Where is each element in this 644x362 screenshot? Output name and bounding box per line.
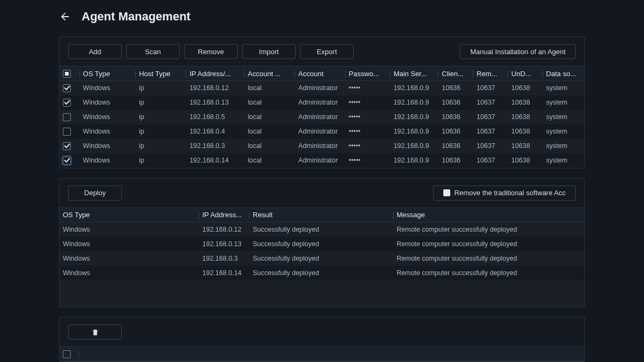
col-client[interactable]: Clien...: [438, 67, 473, 81]
cell-client: 10636: [438, 81, 473, 95]
cell-main: 192.168.0.9: [390, 124, 438, 139]
cell-host: ip: [136, 153, 186, 168]
col-data-source[interactable]: Data so...: [543, 67, 584, 81]
cell-password: •••••: [346, 110, 391, 124]
dcol-ip[interactable]: IP Address...: [199, 208, 250, 222]
cell-und: 10638: [508, 153, 543, 168]
cell-password: •••••: [346, 139, 391, 153]
trash-select-all[interactable]: [63, 350, 71, 358]
cell-ip: 192.168.0.12: [199, 222, 250, 237]
cell-main: 192.168.0.9: [390, 81, 438, 95]
back-arrow-icon[interactable]: [59, 11, 71, 23]
col-und[interactable]: UnD...: [508, 67, 543, 81]
table-row[interactable]: Windowsip192.168.0.5localAdministrator••…: [60, 110, 584, 124]
page-title: Agent Management: [82, 10, 191, 24]
manual-install-button[interactable]: Manual Installation of an Agent: [460, 44, 576, 59]
cell-acct-type: local: [245, 124, 295, 139]
select-all-checkbox[interactable]: [63, 70, 71, 78]
cell-acct-type: local: [245, 110, 295, 124]
deploy-toolbar: Deploy Remove the traditional software A…: [60, 179, 584, 208]
cell-client: 10636: [438, 124, 473, 139]
remove-traditional-acc-button[interactable]: Remove the traditional software Acc: [433, 186, 576, 201]
dcol-os[interactable]: OS Type: [60, 208, 199, 222]
remove-acc-checkbox-icon: [443, 189, 450, 196]
col-rem[interactable]: Rem...: [473, 67, 508, 81]
deploy-button[interactable]: Deploy: [68, 186, 122, 201]
col-os-type[interactable]: OS Type: [80, 67, 136, 81]
table-row[interactable]: Windows192.168.0.12Successfully deployed…: [60, 222, 584, 237]
page-header: Agent Management: [59, 10, 585, 24]
cell-rem: 10637: [473, 81, 508, 95]
agents-panel: Add Scan Remove Import Export Manual Ins…: [59, 36, 585, 168]
col-account-type[interactable]: Account ...: [245, 67, 295, 81]
cell-message: Remote computer successfully deployed: [393, 265, 584, 280]
deploy-panel: Deploy Remove the traditional software A…: [59, 178, 585, 308]
cell-rem: 10637: [473, 153, 508, 168]
cell-account: Administrator: [295, 124, 346, 139]
row-checkbox[interactable]: [63, 128, 71, 136]
cell-rem: 10637: [473, 95, 508, 110]
cell-ip: 192.168.0.3: [199, 251, 250, 265]
cell-account: Administrator: [295, 139, 346, 153]
cell-client: 10636: [438, 95, 473, 110]
remove-acc-label: Remove the traditional software Acc: [455, 189, 566, 197]
deploy-table: OS Type IP Address... Result Message Win…: [60, 208, 584, 307]
cell-os: Windows: [80, 153, 136, 168]
table-row[interactable]: Windowsip192.168.0.12localAdministrator•…: [60, 81, 584, 95]
col-host-type[interactable]: Host Type: [136, 67, 186, 81]
cell-ip: 192.168.0.12: [186, 81, 245, 95]
table-row[interactable]: Windows192.168.0.3Successfully deployedR…: [60, 251, 584, 265]
cell-und: 10638: [508, 95, 543, 110]
dcol-message[interactable]: Message: [393, 208, 584, 222]
col-main-server[interactable]: Main Ser...: [390, 67, 438, 81]
row-checkbox[interactable]: [63, 99, 71, 107]
cell-os: Windows: [80, 139, 136, 153]
scan-button[interactable]: Scan: [126, 44, 180, 59]
dcol-result[interactable]: Result: [250, 208, 393, 222]
cell-data: system: [543, 110, 584, 124]
export-button[interactable]: Export: [300, 44, 354, 59]
cell-account: Administrator: [295, 153, 346, 168]
table-row[interactable]: Windowsip192.168.0.4localAdministrator••…: [60, 124, 584, 139]
cell-message: Remote computer successfully deployed: [393, 237, 584, 251]
cell-und: 10638: [508, 139, 543, 153]
table-row[interactable]: Windows192.168.0.14Successfully deployed…: [60, 265, 584, 280]
row-checkbox[interactable]: [63, 84, 71, 92]
cell-result: Successfully deployed: [250, 237, 393, 251]
cell-os: Windows: [80, 95, 136, 110]
import-button[interactable]: Import: [242, 44, 296, 59]
cell-acct-type: local: [245, 153, 295, 168]
trash-table: [60, 346, 584, 361]
delete-button[interactable]: [68, 324, 122, 339]
table-row[interactable]: Windowsip192.168.0.3localAdministrator••…: [60, 139, 584, 153]
table-row[interactable]: Windows192.168.0.13Successfully deployed…: [60, 237, 584, 251]
cell-acct-type: local: [245, 81, 295, 95]
table-row[interactable]: Windowsip192.168.0.13localAdministrator•…: [60, 95, 584, 110]
cell-result: Successfully deployed: [250, 265, 393, 280]
table-row[interactable]: Windowsip192.168.0.14localAdministrator•…: [60, 153, 584, 168]
cell-main: 192.168.0.9: [390, 110, 438, 124]
agents-table: OS Type Host Type IP Address/... Account…: [60, 66, 584, 168]
cell-ip: 192.168.0.3: [186, 139, 245, 153]
cell-host: ip: [136, 81, 186, 95]
cell-und: 10638: [508, 81, 543, 95]
cell-os: Windows: [60, 237, 199, 251]
col-account[interactable]: Account: [295, 67, 346, 81]
trash-panel: [59, 317, 585, 362]
cell-rem: 10637: [473, 124, 508, 139]
cell-os: Windows: [60, 265, 199, 280]
cell-client: 10636: [438, 153, 473, 168]
cell-rem: 10637: [473, 110, 508, 124]
remove-button[interactable]: Remove: [184, 44, 238, 59]
col-ip[interactable]: IP Address/...: [186, 67, 245, 81]
row-checkbox[interactable]: [63, 113, 71, 121]
add-button[interactable]: Add: [68, 44, 122, 59]
cell-password: •••••: [346, 124, 391, 139]
cell-rem: 10637: [473, 139, 508, 153]
row-checkbox[interactable]: [63, 142, 71, 150]
col-password[interactable]: Passwo...: [346, 67, 391, 81]
cell-acct-type: local: [245, 139, 295, 153]
cell-os: Windows: [80, 124, 136, 139]
row-checkbox[interactable]: [63, 157, 71, 165]
cell-main: 192.168.0.9: [390, 139, 438, 153]
